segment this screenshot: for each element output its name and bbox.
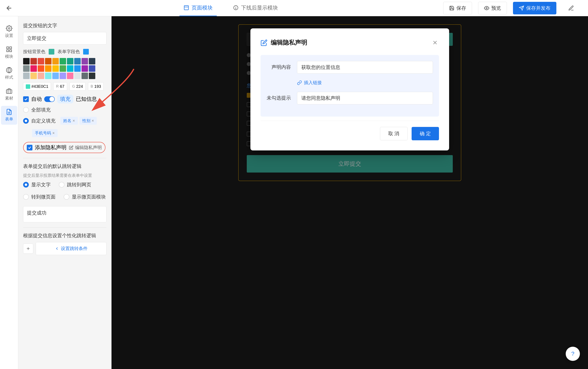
color-cell[interactable]: [89, 72, 95, 79]
color-cell[interactable]: [38, 72, 44, 79]
submit-text-input[interactable]: [23, 32, 106, 45]
color-cell[interactable]: [89, 58, 95, 64]
modal-cancel-button[interactable]: 取 消: [380, 127, 408, 140]
color-cell[interactable]: [38, 65, 44, 72]
color-cell[interactable]: [74, 72, 81, 79]
back-button[interactable]: [0, 4, 18, 12]
add-condition-button[interactable]: +: [23, 244, 33, 254]
color-cell[interactable]: [52, 58, 59, 64]
color-cell[interactable]: [23, 58, 30, 64]
sidebar-item-form[interactable]: 表单: [1, 106, 17, 125]
color-cell[interactable]: [81, 65, 88, 72]
set-condition-label: 设置跳转条件: [61, 246, 88, 252]
color-cell[interactable]: [60, 65, 66, 72]
to-miniapp-row[interactable]: 转到微页面: [23, 194, 56, 200]
set-condition-button[interactable]: 设置跳转条件: [36, 242, 106, 255]
jump-page-row[interactable]: 跳转到网页: [59, 182, 91, 188]
tab-page-module-label: 页面模块: [192, 4, 213, 11]
svg-point-8: [8, 28, 10, 29]
color-cell[interactable]: [52, 65, 59, 72]
sidebar-item-materials[interactable]: 素材: [1, 85, 17, 104]
text-color-swatch[interactable]: [83, 49, 89, 54]
fill-toggle[interactable]: [44, 96, 55, 102]
color-cell[interactable]: [74, 65, 81, 72]
tab-offline-module[interactable]: 下线后显示模块: [229, 0, 282, 16]
svg-rect-0: [184, 6, 189, 10]
show-module-label: 显示微页面模块: [72, 194, 106, 200]
button-bg-color-label: 按钮背景色: [23, 49, 45, 55]
to-miniapp-label: 转到微页面: [31, 194, 56, 200]
show-module-radio[interactable]: [64, 194, 69, 200]
modal-header: 编辑隐私声明 ✕: [261, 39, 439, 47]
modal-insert-link-row[interactable]: 插入链接: [297, 80, 433, 86]
color-cell[interactable]: [74, 58, 81, 64]
hex-swatch: [26, 84, 30, 89]
tab-offline-module-label: 下线后显示模块: [241, 4, 278, 11]
add-privacy-checkbox[interactable]: [27, 145, 32, 150]
modal-confirm-button[interactable]: 确 定: [412, 127, 439, 140]
color-cell[interactable]: [30, 72, 37, 79]
jump-radio-group: 显示文字 跳转到网页 转到微页面 显示微页面模块: [23, 182, 106, 203]
save-button[interactable]: 保存: [443, 2, 472, 14]
hex-value: #43E0C1: [31, 84, 48, 89]
success-text-input[interactable]: 提交成功: [23, 206, 106, 222]
svg-point-5: [486, 7, 487, 9]
color-cell[interactable]: [81, 72, 88, 79]
add-privacy-label: 添加隐私声明: [35, 144, 67, 151]
hex-value-box[interactable]: #43E0C1: [23, 82, 51, 91]
known-info-label: 已知信息: [76, 95, 97, 102]
jump-page-radio[interactable]: [59, 182, 64, 187]
fill-label: 填充: [57, 95, 73, 103]
modal-body: 声明内容 插入链接 未勾选提示: [261, 55, 439, 117]
fill-all-radio[interactable]: [23, 107, 29, 113]
preview-button[interactable]: 预览: [478, 2, 507, 14]
color-cell[interactable]: [67, 72, 73, 79]
sidebar-item-style[interactable]: 样式: [1, 64, 17, 83]
color-cell[interactable]: [30, 65, 37, 72]
show-module-row[interactable]: 显示微页面模块: [64, 194, 106, 200]
tab-page-module[interactable]: 页面模块: [179, 0, 217, 16]
fill-all-row[interactable]: 全部填充: [23, 107, 106, 113]
topbar-actions: 保存 预览 保存并发布: [443, 2, 588, 14]
color-cell[interactable]: [23, 72, 30, 79]
modal-unchecked-input[interactable]: [297, 92, 433, 104]
auto-fill-checkbox[interactable]: [23, 96, 29, 102]
sidebar-item-modules[interactable]: 模块: [1, 43, 17, 62]
color-cell[interactable]: [81, 58, 88, 64]
color-cell[interactable]: [67, 58, 73, 64]
sidebar-item-settings[interactable]: 设置: [1, 22, 17, 41]
settings-icon-button[interactable]: [562, 2, 580, 14]
modal-close-button[interactable]: ✕: [431, 39, 439, 47]
help-button[interactable]: ?: [566, 347, 580, 361]
color-cell[interactable]: [38, 58, 44, 64]
sidebar: 设置 模块 样式 素材 表单: [0, 16, 18, 369]
preview-label: 预览: [491, 5, 501, 11]
show-text-radio[interactable]: [23, 182, 29, 187]
publish-button[interactable]: 保存并发布: [513, 2, 556, 14]
svg-rect-9: [7, 47, 9, 49]
custom-fill-radio[interactable]: [23, 118, 29, 124]
modal-title: 编辑隐私声明: [261, 39, 307, 47]
button-bg-swatch[interactable]: [49, 49, 54, 54]
modal-title-text: 编辑隐私声明: [271, 39, 307, 47]
sidebar-form-label: 表单: [5, 116, 13, 122]
color-cell[interactable]: [23, 65, 30, 72]
color-cell[interactable]: [60, 58, 66, 64]
privacy-oval: 添加隐私声明 编辑隐私声明: [23, 142, 105, 153]
color-cell[interactable]: [45, 58, 51, 64]
edit-privacy-button[interactable]: 编辑隐私声明: [69, 144, 102, 151]
color-cell[interactable]: [30, 58, 37, 64]
color-cell[interactable]: [67, 65, 73, 72]
custom-fill-row[interactable]: 自定义填充 姓名 × 性别 ×: [23, 116, 106, 125]
to-miniapp-radio[interactable]: [23, 194, 29, 200]
r-value-box[interactable]: R 67: [53, 82, 67, 91]
modal-content-input[interactable]: [297, 61, 433, 74]
b-value-box[interactable]: B 193: [88, 82, 104, 91]
color-cell[interactable]: [89, 65, 95, 72]
color-cell[interactable]: [45, 72, 51, 79]
color-cell[interactable]: [52, 72, 59, 79]
color-cell[interactable]: [60, 72, 66, 79]
color-cell[interactable]: [45, 65, 51, 72]
g-value-box[interactable]: G 224: [70, 82, 86, 91]
show-text-row[interactable]: 显示文字: [23, 182, 51, 188]
